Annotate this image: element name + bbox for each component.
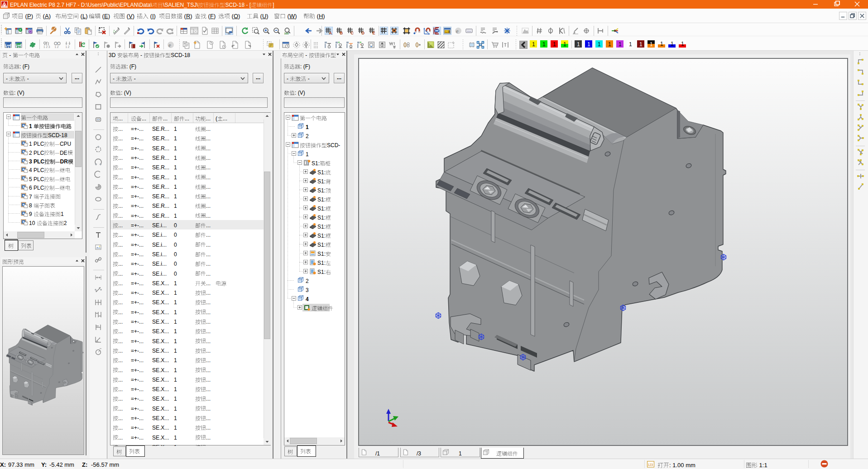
svg-text:A: A bbox=[329, 31, 332, 35]
svg-text:e: e bbox=[456, 28, 459, 34]
svg-text:E: E bbox=[373, 31, 375, 35]
svg-text:1: 1 bbox=[542, 41, 546, 48]
svg-text:1: 1 bbox=[629, 41, 632, 48]
svg-text:1: 1 bbox=[639, 41, 643, 48]
svg-text:123: 123 bbox=[445, 30, 449, 33]
svg-text:1: 1 bbox=[577, 41, 580, 48]
svg-text:1: 1 bbox=[532, 41, 535, 48]
svg-text:100: 100 bbox=[284, 32, 289, 35]
svg-text:1: 1 bbox=[681, 41, 684, 47]
svg-text:1: 1 bbox=[660, 41, 663, 47]
svg-text:B: B bbox=[340, 31, 343, 35]
svg-text:1: 1 bbox=[619, 41, 622, 48]
svg-text:e: e bbox=[168, 42, 171, 48]
svg-text:C: C bbox=[351, 31, 354, 35]
svg-text:D: D bbox=[362, 31, 365, 35]
svg-text:1: 1 bbox=[553, 41, 556, 48]
svg-text:1: 1 bbox=[587, 41, 590, 48]
svg-text:1: 1 bbox=[598, 41, 601, 48]
svg-text:1: 1 bbox=[671, 41, 674, 47]
svg-text:1: 1 bbox=[608, 41, 611, 48]
svg-text:1 2: 1 2 bbox=[65, 45, 69, 48]
svg-text:1 2 3: 1 2 3 bbox=[43, 45, 50, 48]
svg-text:1: 1 bbox=[650, 41, 653, 48]
svg-text:123: 123 bbox=[648, 463, 653, 466]
svg-text:1 2: 1 2 bbox=[54, 45, 58, 48]
svg-text:1: 1 bbox=[563, 41, 566, 48]
